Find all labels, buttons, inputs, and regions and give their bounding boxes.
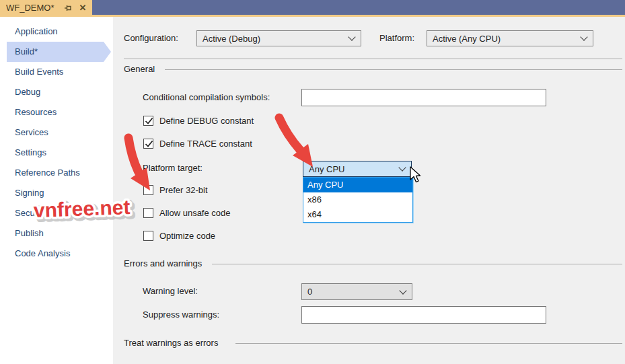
general-section-title: General [124,64,155,75]
dropdown-option-x64[interactable]: x64 [303,207,412,222]
platform-target-dropdown-value: Any CPU [309,164,344,174]
configuration-label: Configuration: [124,33,178,44]
dropdown-option-any-cpu[interactable]: Any CPU [303,178,412,192]
sidebar-item-application[interactable]: Application [7,22,104,42]
sidebar-item-publish[interactable]: Publish [7,223,104,244]
configuration-dropdown[interactable]: Active (Debug) [196,30,361,46]
platform-target-label: Platform target: [143,163,203,174]
document-tab-bar: WF_DEMO* ✕ [0,0,625,17]
sidebar-item-security[interactable]: Security [7,203,104,223]
pin-icon[interactable] [63,3,73,13]
tab-title: WF_DEMO* [6,3,58,13]
warning-level-value: 0 [307,287,312,297]
platform-dropdown-value: Active (Any CPU) [433,34,501,44]
define-debug-label: Define DEBUG constant [159,115,254,126]
chevron-down-icon [398,163,406,171]
platform-label: Platform: [379,33,414,44]
chevron-down-icon [399,287,406,294]
sidebar-item-debug[interactable]: Debug [7,82,104,102]
build-properties-page: Configuration: Active (Debug) Platform: … [113,17,625,364]
vs-project-properties-window: { "colors": { "tab_gold": "#f2cb87", "ti… [0,0,625,364]
sidebar-item-resources[interactable]: Resources [7,102,104,122]
define-trace-checkbox[interactable] [143,139,153,149]
suppress-warnings-label: Suppress warnings: [143,310,219,320]
sidebar-item-settings[interactable]: Settings [7,143,104,163]
platform-target-dropdown[interactable]: Any CPU [303,161,412,177]
platform-target-dropdown-list: Any CPU x86 x64 [303,177,413,223]
warning-level-dropdown[interactable]: 0 [301,283,412,300]
conditional-symbols-label: Conditional compilation symbols: [143,92,270,103]
treat-warnings-section-title: Treat warnings as errors [124,338,218,349]
allow-unsafe-label: Allow unsafe code [159,207,231,219]
optimize-code-checkbox[interactable] [143,231,153,241]
errors-warnings-rule [212,264,622,264]
prefer-32bit-label: Prefer 32-bit [159,184,208,196]
general-section-rule [165,69,622,70]
properties-sidebar: Application Build* Build Events Debug Re… [0,17,113,364]
dropdown-option-x86[interactable]: x86 [303,192,412,207]
sidebar-item-build-events[interactable]: Build Events [7,62,104,82]
allow-unsafe-checkbox[interactable] [143,208,153,218]
document-tab-wf-demo[interactable]: WF_DEMO* ✕ [0,0,92,17]
chevron-down-icon [580,33,587,40]
configuration-dropdown-value: Active (Debug) [203,34,260,44]
sidebar-item-reference-paths[interactable]: Reference Paths [7,163,104,183]
chevron-down-icon [348,33,355,40]
prefer-32bit-checkbox[interactable] [143,185,153,195]
sidebar-item-build[interactable]: Build* [7,42,104,62]
platform-dropdown[interactable]: Active (Any CPU) [427,30,593,46]
sidebar-item-code-analysis[interactable]: Code Analysis [7,244,104,264]
define-debug-checkbox[interactable] [143,116,153,126]
conditional-symbols-input[interactable] [301,89,546,106]
top-separator [124,59,622,59]
sidebar-item-signing[interactable]: Signing [7,183,104,203]
warning-level-label: Warning level: [143,286,198,297]
suppress-warnings-input[interactable] [301,306,546,324]
sidebar-item-services[interactable]: Services [7,122,104,143]
treat-warnings-rule [235,343,622,344]
close-icon[interactable]: ✕ [78,3,87,13]
define-trace-label: Define TRACE constant [159,138,252,149]
optimize-code-label: Optimize code [159,230,215,242]
errors-warnings-section-title: Errors and warnings [124,258,202,269]
